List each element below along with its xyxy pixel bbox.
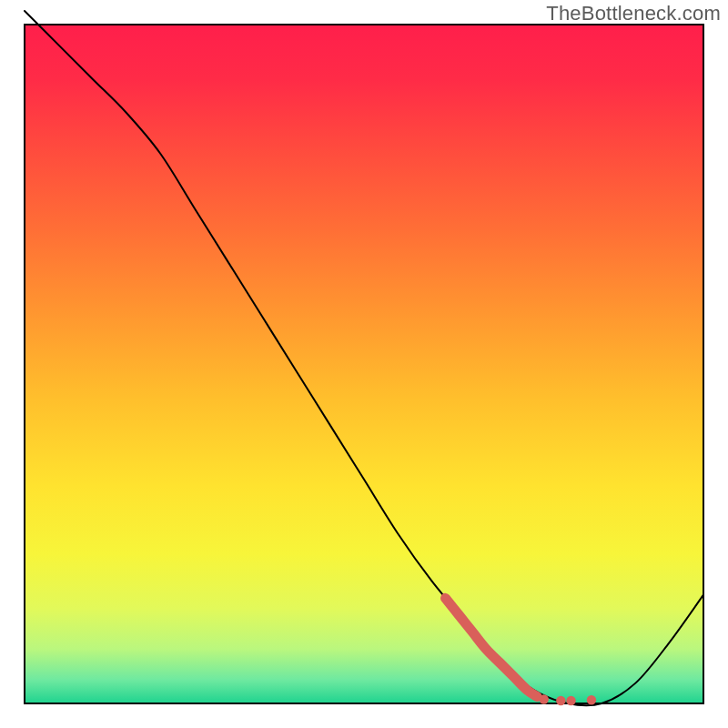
watermark-text: TheBottleneck.com [546, 2, 721, 25]
highlight-dot [587, 695, 596, 704]
plot-background [25, 25, 703, 703]
highlight-dot [566, 696, 575, 705]
highlight-dot [556, 696, 565, 705]
bottleneck-chart [0, 0, 728, 728]
chart-stage: TheBottleneck.com [0, 0, 728, 728]
highlight-dot [539, 694, 548, 703]
